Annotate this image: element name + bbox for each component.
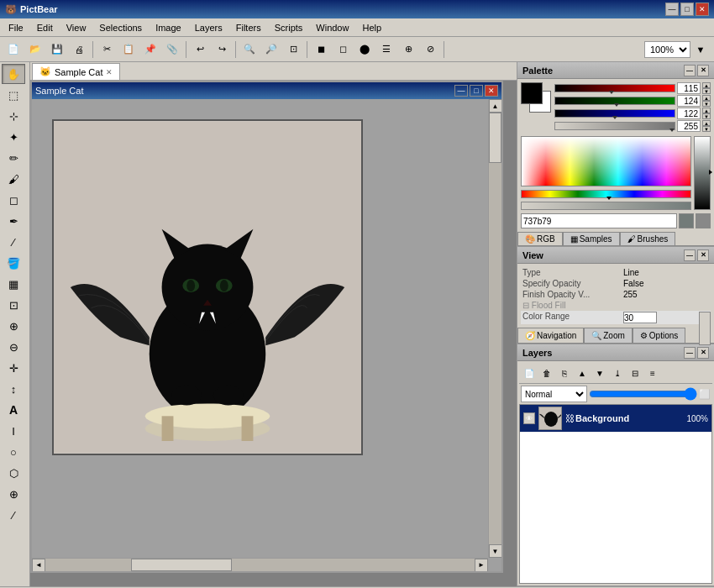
tool-path[interactable]: I [2, 421, 25, 441]
layers-duplicate-button[interactable]: ⎘ [556, 365, 573, 381]
layer-visibility-toggle[interactable]: 👁 [523, 412, 535, 424]
layers-new-button[interactable]: 📄 [521, 365, 538, 381]
tool-magic-wand[interactable]: ✦ [2, 127, 25, 147]
tool-eyedropper[interactable]: ✒ [2, 211, 25, 231]
tool5-button[interactable]: ⊕ [398, 39, 418, 60]
menu-filters[interactable]: Filters [229, 21, 268, 34]
image-window-minimize[interactable]: — [454, 85, 468, 97]
tool2-button[interactable]: ◻ [333, 39, 353, 60]
tool-polygon[interactable]: ⬡ [2, 463, 25, 483]
tool3-button[interactable]: ⬤ [354, 39, 375, 60]
tool6-button[interactable]: ⊘ [420, 39, 440, 60]
layers-minimize-button[interactable]: — [684, 347, 696, 359]
lightness-bar[interactable] [694, 136, 711, 210]
tool-select-rect[interactable]: ⬚ [2, 85, 25, 105]
layers-move-up-button[interactable]: ▲ [574, 365, 591, 381]
layer-item-background[interactable]: 👁 ⛓ Background 100% [520, 405, 711, 433]
save-button[interactable]: 💾 [47, 39, 67, 60]
scroll-right-button[interactable]: ► [475, 559, 488, 572]
scroll-track-vertical[interactable] [489, 113, 501, 544]
green-down-button[interactable]: ▼ [702, 101, 711, 107]
tool-brush[interactable]: 🖌 [2, 169, 25, 189]
close-button[interactable]: ✕ [696, 3, 709, 16]
scroll-thumb-horizontal[interactable] [131, 559, 232, 571]
scroll-down-button[interactable]: ▼ [489, 544, 502, 558]
layers-close-button[interactable]: ✕ [697, 347, 709, 359]
palette-tab-brushes[interactable]: 🖌 Brushes [620, 232, 676, 245]
tool-zoom-out[interactable]: ⊖ [2, 337, 25, 357]
color-range-scrollbar[interactable] [699, 312, 711, 345]
zoom-in-button[interactable]: 🔍 [239, 39, 260, 60]
view-tab-zoom[interactable]: 🔍 Zoom [584, 328, 633, 343]
scroll-up-button[interactable]: ▲ [489, 99, 502, 113]
blue-up-button[interactable]: ▲ [702, 108, 711, 113]
view-minimize-button[interactable]: — [684, 249, 696, 261]
new-button[interactable]: 📄 [3, 39, 24, 60]
maximize-button[interactable]: □ [680, 3, 694, 16]
tool-line[interactable]: ∕ [2, 232, 25, 252]
scroll-track-horizontal[interactable] [45, 559, 475, 571]
view-tab-options[interactable]: ⚙ Options [633, 328, 685, 343]
zoom-fit-button[interactable]: ⊡ [283, 39, 303, 60]
undo-button[interactable]: ↩ [190, 39, 210, 60]
scroll-thumb-vertical[interactable] [489, 113, 501, 163]
red-up-button[interactable]: ▲ [702, 82, 711, 88]
layers-options-button[interactable]: ≡ [644, 365, 661, 381]
layers-move-down-button[interactable]: ▼ [591, 365, 608, 381]
palette-tab-rgb[interactable]: 🎨 RGB [517, 232, 563, 245]
color-preview[interactable] [679, 213, 694, 228]
tool-zoom-in[interactable]: ⊕ [2, 316, 25, 336]
paste-button[interactable]: 📌 [140, 39, 160, 60]
zoom-out-button[interactable]: 🔎 [261, 39, 281, 60]
image-window-maximize[interactable]: □ [470, 85, 483, 97]
tool-fill[interactable]: 🪣 [2, 253, 25, 273]
menu-selections[interactable]: Selections [92, 21, 149, 34]
red-down-button[interactable]: ▼ [702, 88, 711, 94]
flood-fill-collapse-icon[interactable]: ⊟ [522, 301, 529, 310]
opacity-slider[interactable] [589, 390, 697, 398]
tool-custom2[interactable]: ∕ [2, 505, 25, 525]
zoom-dropdown-button[interactable]: ▼ [690, 39, 711, 60]
tool-circle[interactable]: ○ [2, 442, 25, 462]
tool-eraser[interactable]: ◻ [2, 190, 25, 210]
layers-merge-button[interactable]: ⤓ [609, 365, 626, 381]
green-up-button[interactable]: ▲ [702, 95, 711, 101]
menu-layers[interactable]: Layers [188, 21, 229, 34]
menu-window[interactable]: Window [309, 21, 355, 34]
tool-gradient[interactable]: ▦ [2, 274, 25, 294]
foreground-color-swatch[interactable] [521, 82, 543, 104]
view-tab-navigation[interactable]: 🧭 Navigation [517, 328, 584, 343]
tab-close-button[interactable]: ✕ [106, 68, 113, 76]
zoom-select[interactable]: 100% 50% 200% 25% [644, 41, 690, 58]
alpha-value[interactable]: 255 [677, 120, 701, 132]
tool-hand[interactable]: ✋ [2, 64, 25, 84]
open-button[interactable]: 📂 [25, 39, 45, 60]
tool-transform[interactable]: ↕ [2, 379, 25, 399]
palette-tab-samples[interactable]: ▦ Samples [563, 232, 620, 245]
color-range-input[interactable] [623, 312, 657, 323]
tool-move[interactable]: ✛ [2, 358, 25, 378]
redo-button[interactable]: ↪ [212, 39, 232, 60]
menu-edit[interactable]: Edit [30, 21, 60, 34]
blend-mode-select[interactable]: Normal Multiply Screen Overlay [521, 386, 587, 402]
hue-bar[interactable] [521, 190, 691, 198]
green-value[interactable]: 124 [677, 95, 701, 107]
blue-slider[interactable] [554, 109, 675, 118]
tool1-button[interactable]: ◼ [311, 39, 331, 60]
alpha-down-button[interactable]: ▼ [702, 126, 711, 132]
tool-lasso[interactable]: ⊹ [2, 106, 25, 126]
view-close-button[interactable]: ✕ [697, 249, 709, 261]
tool4-button[interactable]: ☰ [376, 39, 396, 60]
document-tab[interactable]: 🐱 Sample Cat ✕ [32, 63, 120, 80]
tool-custom1[interactable]: ⊕ [2, 484, 25, 504]
tool-pencil[interactable]: ✏ [2, 148, 25, 168]
image-window-close[interactable]: ✕ [485, 85, 498, 97]
tool-text[interactable]: A [2, 400, 25, 420]
red-slider[interactable] [554, 84, 675, 92]
blue-down-button[interactable]: ▼ [702, 113, 711, 119]
cut-button[interactable]: ✂ [97, 39, 117, 60]
scroll-left-button[interactable]: ◄ [32, 559, 45, 572]
menu-view[interactable]: View [60, 21, 93, 34]
menu-help[interactable]: Help [355, 21, 388, 34]
red-value[interactable]: 115 [677, 82, 701, 94]
